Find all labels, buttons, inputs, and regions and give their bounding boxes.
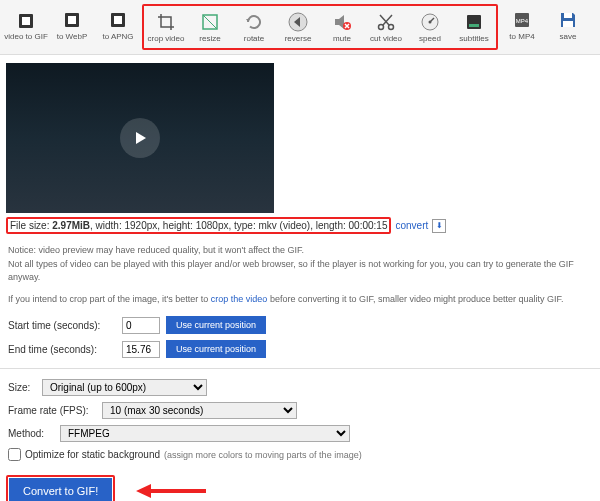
- film-icon: [15, 10, 37, 32]
- rotate-icon: [243, 11, 265, 33]
- speed-icon: [419, 11, 441, 33]
- convert-to-gif-button[interactable]: Convert to GIF!: [9, 478, 112, 501]
- tool-speed[interactable]: speed: [408, 6, 452, 48]
- save-icon: [557, 9, 579, 31]
- film-icon: [107, 9, 129, 31]
- tool-cut-video[interactable]: cut video: [364, 6, 408, 48]
- subtitles-icon: [463, 11, 485, 33]
- tool-subtitles[interactable]: subtitles: [452, 6, 496, 48]
- method-label: Method:: [8, 428, 54, 439]
- tool-to-webp[interactable]: to WebP: [50, 4, 94, 46]
- play-icon: [131, 129, 149, 147]
- tool-rotate[interactable]: rotate: [232, 6, 276, 48]
- end-time-input[interactable]: [122, 341, 160, 358]
- tool-save[interactable]: save: [546, 4, 590, 46]
- crop-video-link[interactable]: crop the video: [211, 294, 268, 304]
- toolbar: video to GIF to WebP to APNG crop video …: [0, 0, 600, 55]
- file-info-row: File size: 2.97MiB, width: 1920px, heigh…: [6, 217, 594, 234]
- end-time-label: End time (seconds):: [8, 344, 116, 355]
- size-select[interactable]: Original (up to 600px): [42, 379, 207, 396]
- tool-crop-video[interactable]: crop video: [144, 6, 188, 48]
- convert-link[interactable]: convert: [395, 220, 428, 231]
- svg-text:MP4: MP4: [516, 18, 529, 24]
- crop-icon: [155, 11, 177, 33]
- end-time-row: End time (seconds): Use current position: [8, 340, 592, 358]
- size-row: Size: Original (up to 600px): [8, 379, 592, 396]
- optimize-checkbox[interactable]: [8, 448, 21, 461]
- use-current-start-button[interactable]: Use current position: [166, 316, 266, 334]
- svg-rect-14: [469, 24, 479, 27]
- start-time-label: Start time (seconds):: [8, 320, 116, 331]
- mute-icon: [331, 11, 353, 33]
- method-select[interactable]: FFMPEG: [60, 425, 350, 442]
- svg-rect-17: [564, 13, 572, 18]
- optimize-sublabel: (assign more colors to moving parts of t…: [164, 450, 362, 460]
- notice-text: Notice: video preview may have reduced q…: [8, 244, 592, 306]
- svg-rect-18: [563, 21, 573, 27]
- resize-icon: [199, 11, 221, 33]
- tool-mute[interactable]: mute: [320, 6, 364, 48]
- fps-label: Frame rate (FPS):: [8, 405, 96, 416]
- optimize-label: Optimize for static background: [25, 449, 160, 460]
- svg-point-10: [389, 25, 394, 30]
- svg-point-12: [429, 21, 432, 24]
- download-icon[interactable]: ⬇: [432, 219, 446, 233]
- svg-rect-3: [68, 16, 76, 24]
- start-time-row: Start time (seconds): Use current positi…: [8, 316, 592, 334]
- fps-row: Frame rate (FPS): 10 (max 30 seconds): [8, 402, 592, 419]
- size-label: Size:: [8, 382, 36, 393]
- tool-to-apng[interactable]: to APNG: [96, 4, 140, 46]
- fps-select[interactable]: 10 (max 30 seconds): [102, 402, 297, 419]
- svg-rect-5: [114, 16, 122, 24]
- tool-reverse[interactable]: reverse: [276, 6, 320, 48]
- start-time-input[interactable]: [122, 317, 160, 334]
- optimize-row: Optimize for static background (assign m…: [8, 448, 592, 461]
- svg-rect-1: [22, 17, 30, 25]
- use-current-end-button[interactable]: Use current position: [166, 340, 266, 358]
- film-icon: [61, 9, 83, 31]
- tool-resize[interactable]: resize: [188, 6, 232, 48]
- method-row: Method: FFMPEG: [8, 425, 592, 442]
- svg-point-9: [379, 25, 384, 30]
- mp4-icon: MP4: [511, 9, 533, 31]
- scissors-icon: [375, 11, 397, 33]
- tool-to-mp4[interactable]: MP4to MP4: [500, 4, 544, 46]
- highlighted-tools: crop video resize rotate reverse mute cu…: [142, 4, 498, 50]
- file-info: File size: 2.97MiB, width: 1920px, heigh…: [6, 217, 391, 234]
- arrow-icon: [136, 482, 206, 501]
- tool-video-to-gif[interactable]: video to GIF: [4, 4, 48, 46]
- play-button[interactable]: [120, 118, 160, 158]
- reverse-icon: [287, 11, 309, 33]
- video-preview[interactable]: [6, 63, 274, 213]
